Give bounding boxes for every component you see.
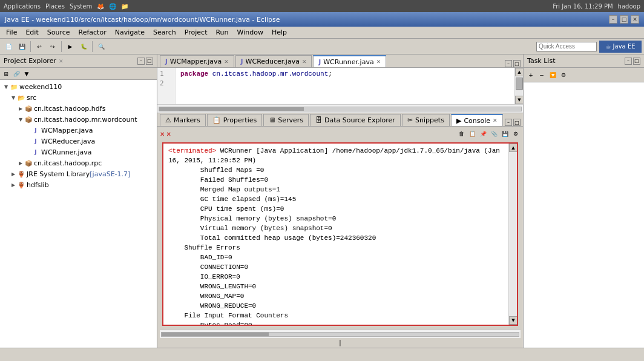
console-settings-button[interactable]: ⚙ — [511, 129, 521, 139]
console-vertical-scrollbar[interactable]: ▲ ▼ — [508, 144, 517, 325]
tab-wcmapper[interactable]: J WCMapper.java ✕ — [160, 55, 234, 67]
places-menu[interactable]: Places — [45, 3, 65, 10]
horiz-scroll-thumb[interactable] — [159, 107, 304, 111]
java-ee-perspective-button[interactable]: ☕ Java EE — [599, 41, 642, 53]
tree-arrow-weekend110[interactable]: ▼ — [2, 83, 10, 90]
task-remove-button[interactable]: − — [537, 70, 547, 80]
tree-item-rpc[interactable]: ▶ 📦 cn.itcast.hadoop.rpc — [0, 157, 157, 168]
task-add-button[interactable]: + — [526, 70, 536, 80]
tab-console[interactable]: ▶ Console ✕ — [451, 114, 503, 126]
task-list-minimize[interactable]: – — [625, 58, 632, 65]
new-button[interactable]: 📄 — [2, 41, 15, 53]
tab-wcreducer-close[interactable]: ✕ — [302, 59, 307, 65]
console-maximize-button[interactable]: □ — [513, 119, 521, 126]
code-editor[interactable]: package cn.itcast.hadoop.mr.wordcount; — [176, 68, 514, 104]
console-save-button[interactable]: 💾 — [500, 129, 510, 139]
console-copy-button[interactable]: 📋 — [467, 129, 477, 139]
tree-arrow-jre[interactable]: ▶ — [10, 170, 17, 177]
menu-window[interactable]: Window — [234, 28, 267, 37]
tab-markers[interactable]: ⚠ Markers — [160, 114, 206, 126]
app-icon-2[interactable]: 📁 — [121, 3, 128, 10]
task-list-maximize[interactable]: □ — [633, 58, 640, 65]
editor-horizontal-scrollbar[interactable] — [157, 104, 523, 113]
link-with-editor-button[interactable]: 🔗 — [12, 69, 21, 79]
tab-wcmapper-close[interactable]: ✕ — [224, 59, 229, 65]
view-menu-button[interactable]: ▼ — [22, 69, 31, 79]
tab-datasource[interactable]: 🗄 Data Source Explorer — [310, 114, 401, 126]
scroll-up-button[interactable]: ▲ — [515, 68, 523, 76]
console-pin-button[interactable]: 📎 — [489, 129, 499, 139]
menu-source[interactable]: Source — [44, 28, 74, 37]
panel-minimize-button[interactable]: – — [137, 58, 145, 65]
tab-console-close[interactable]: ✕ — [493, 118, 498, 124]
console-line-6: Physical memory (bytes) snapshot=0 — [168, 214, 504, 224]
run-button[interactable]: ▶ — [64, 41, 76, 53]
maximize-button[interactable]: □ — [620, 15, 628, 24]
task-filter-button[interactable]: 🔽 — [548, 70, 557, 80]
search-button[interactable]: 🔍 — [95, 41, 107, 53]
menu-refactor[interactable]: Refactor — [75, 28, 110, 37]
tab-snippets[interactable]: ✂ Snippets — [402, 114, 450, 126]
tree-item-weekend110[interactable]: ▼ 📁 weekend110 — [0, 81, 157, 92]
tree-item-jre[interactable]: ▶ 🏺 JRE System Library [javaSE-1.7] — [0, 168, 157, 179]
close-button[interactable]: ✕ — [631, 15, 639, 24]
menu-edit[interactable]: Edit — [22, 28, 42, 37]
tree-arrow-rpc[interactable]: ▶ — [17, 159, 24, 167]
tab-wcrunner[interactable]: J WCRunner.java ✕ — [313, 55, 386, 67]
firefox-icon[interactable]: 🦊 — [97, 3, 104, 10]
console-scroll-up[interactable]: ▲ — [509, 144, 518, 152]
applications-menu[interactable]: Applications — [4, 3, 41, 10]
undo-button[interactable]: ↩ — [33, 41, 45, 53]
tab-wcreducer[interactable]: J WCReducer.java ✕ — [235, 55, 312, 67]
tree-item-hdfs[interactable]: ▶ 📦 cn.itcast.hadoop.hdfs — [0, 103, 157, 114]
scroll-thumb[interactable] — [516, 78, 523, 90]
tree-arrow-hdfslib[interactable]: ▶ — [10, 181, 17, 188]
tree-item-wcreducer[interactable]: J WCReducer.java — [0, 136, 157, 147]
console-output-text[interactable]: <terminated> WCRunner [Java Application]… — [163, 144, 508, 325]
menu-search[interactable]: Search — [150, 28, 180, 37]
console-clear-button[interactable]: 🗑 — [456, 129, 466, 139]
console-minimize-button[interactable]: – — [505, 119, 512, 126]
tree-item-wordcount[interactable]: ▼ 📦 cn.itcast.hadoop.mr.wordcount — [0, 114, 157, 125]
menu-file[interactable]: File — [2, 28, 21, 37]
system-menu[interactable]: System — [70, 3, 92, 10]
panel-maximize-button[interactable]: □ — [146, 58, 153, 65]
minimize-button[interactable]: – — [609, 15, 617, 24]
menu-help[interactable]: Help — [268, 28, 291, 37]
editor-minimize-button[interactable]: – — [505, 60, 512, 67]
console-horiz-thumb[interactable] — [162, 333, 269, 336]
menu-run[interactable]: Run — [212, 28, 232, 37]
console-paste-button[interactable]: 📌 — [478, 129, 488, 139]
editor-vertical-scrollbar[interactable]: ▲ ▼ — [514, 68, 523, 104]
console-horiz-track[interactable] — [161, 332, 519, 337]
tree-item-hdfslib[interactable]: ▶ 🏺 hdfslib — [0, 179, 157, 190]
debug-button[interactable]: 🐛 — [77, 41, 90, 53]
console-horizontal-scrollbar[interactable] — [160, 330, 521, 338]
console-remove-icon[interactable]: ✕ — [166, 131, 171, 137]
console-terminate-icon[interactable]: ✕ — [160, 131, 165, 137]
console-scroll-down[interactable]: ▼ — [509, 316, 518, 325]
tree-item-src[interactable]: ▼ 📂 src — [0, 92, 157, 103]
tree-arrow-hdfs[interactable]: ▶ — [17, 105, 24, 112]
tree-item-wcmapper[interactable]: J WCMapper.java — [0, 125, 157, 136]
quick-access-input[interactable] — [536, 42, 597, 51]
tree-arrow-src[interactable]: ▼ — [10, 94, 17, 101]
tree-item-wcrunner[interactable]: J WCRunner.java — [0, 147, 157, 157]
console-scroll-track[interactable] — [509, 152, 517, 316]
editor-maximize-button[interactable]: □ — [513, 60, 521, 67]
redo-button[interactable]: ↪ — [47, 41, 59, 53]
scroll-track[interactable] — [515, 76, 523, 96]
tab-servers[interactable]: 🖥 Servers — [263, 114, 309, 126]
horiz-scroll-track[interactable] — [159, 107, 522, 111]
save-button[interactable]: 💾 — [16, 41, 28, 53]
menu-project[interactable]: Project — [181, 28, 211, 37]
tab-properties[interactable]: 📋 Properties — [207, 114, 263, 126]
scroll-down-button[interactable]: ▼ — [515, 96, 523, 104]
tab-wcrunner-close[interactable]: ✕ — [376, 59, 381, 65]
menu-navigate[interactable]: Navigate — [111, 28, 148, 37]
collapse-all-button[interactable]: ⊞ — [1, 69, 11, 79]
tree-arrow-wordcount[interactable]: ▼ — [17, 116, 24, 123]
tab-wcmapper-label: WCMapper.java — [170, 58, 222, 65]
app-icon-1[interactable]: 🌐 — [109, 3, 116, 10]
task-settings-button[interactable]: ⚙ — [559, 70, 568, 80]
